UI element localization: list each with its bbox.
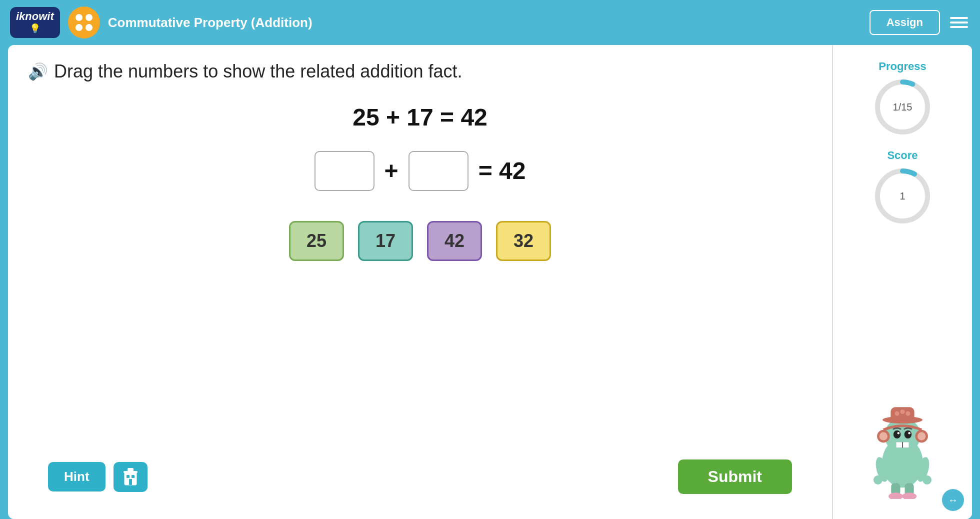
building-button[interactable] bbox=[114, 462, 148, 492]
svg-point-11 bbox=[900, 410, 904, 414]
content-area: 🔊 Drag the numbers to show the related a… bbox=[8, 45, 832, 519]
svg-point-19 bbox=[898, 432, 900, 434]
svg-rect-4 bbox=[132, 475, 134, 478]
logo-box: iknowit 💡 bbox=[10, 7, 60, 38]
drop-box-right[interactable] bbox=[408, 151, 468, 191]
assign-button[interactable]: Assign bbox=[870, 10, 940, 35]
svg-point-28 bbox=[922, 476, 932, 484]
question-header: 🔊 Drag the numbers to show the related a… bbox=[28, 60, 812, 84]
score-label: Score bbox=[887, 149, 918, 162]
bottom-left-buttons: Hint bbox=[48, 462, 148, 492]
score-ring: 1 bbox=[872, 166, 932, 226]
main-equation: 25 + 17 = 42 bbox=[352, 104, 488, 131]
dot-2 bbox=[86, 14, 92, 21]
svg-point-16 bbox=[918, 432, 926, 440]
drop-box-left[interactable] bbox=[314, 151, 374, 191]
svg-point-32 bbox=[902, 492, 916, 499]
lesson-dots bbox=[76, 14, 92, 31]
tile-42[interactable]: 42 bbox=[427, 221, 482, 261]
tile-17[interactable]: 17 bbox=[358, 221, 413, 261]
hamburger-line-3 bbox=[950, 26, 968, 28]
svg-point-31 bbox=[888, 492, 903, 499]
speaker-icon[interactable]: 🔊 bbox=[28, 62, 48, 81]
hamburger-line-1 bbox=[950, 17, 968, 19]
header-right: Assign bbox=[870, 10, 970, 35]
character-area bbox=[862, 238, 942, 504]
svg-rect-23 bbox=[902, 442, 909, 448]
svg-rect-3 bbox=[126, 475, 130, 478]
svg-point-12 bbox=[906, 412, 910, 416]
svg-point-14 bbox=[880, 432, 888, 440]
hamburger-line-2 bbox=[950, 22, 968, 24]
tile-25[interactable]: 25 bbox=[289, 221, 344, 261]
character-illustration bbox=[862, 399, 942, 499]
svg-point-10 bbox=[895, 412, 900, 416]
lightbulb-icon: 💡 bbox=[30, 23, 40, 34]
score-section: Score 1 bbox=[872, 149, 932, 226]
answer-row: + = 42 bbox=[314, 151, 526, 191]
svg-point-20 bbox=[908, 432, 910, 434]
dot-1 bbox=[76, 14, 82, 21]
menu-button[interactable] bbox=[948, 15, 970, 30]
svg-rect-22 bbox=[896, 442, 902, 448]
back-button[interactable]: ↔ bbox=[942, 489, 964, 511]
plus-operator: + bbox=[384, 157, 398, 184]
main-wrapper: 🔊 Drag the numbers to show the related a… bbox=[8, 45, 972, 519]
logo-area: iknowit 💡 bbox=[10, 7, 60, 38]
sidebar: Progress 1/15 Score 1 bbox=[832, 45, 972, 519]
progress-value: 1/15 bbox=[893, 102, 912, 113]
dot-4 bbox=[86, 24, 92, 31]
building-icon bbox=[122, 468, 138, 486]
header: iknowit 💡 Commutative Property (Addition… bbox=[0, 0, 980, 45]
svg-point-18 bbox=[904, 430, 912, 438]
progress-label: Progress bbox=[878, 60, 926, 73]
progress-ring: 1/15 bbox=[872, 77, 932, 137]
progress-section: Progress 1/15 bbox=[872, 60, 932, 137]
svg-point-27 bbox=[874, 476, 882, 484]
bottom-bar: Hint Submit bbox=[28, 452, 812, 504]
back-icon: ↔ bbox=[948, 494, 958, 506]
lesson-title: Commutative Property (Addition) bbox=[108, 15, 862, 30]
svg-rect-5 bbox=[129, 479, 132, 485]
question-text: Drag the numbers to show the related add… bbox=[54, 60, 462, 84]
dot-3 bbox=[76, 24, 82, 31]
svg-rect-2 bbox=[128, 468, 134, 472]
score-value: 1 bbox=[900, 190, 905, 202]
hint-button[interactable]: Hint bbox=[48, 462, 106, 492]
answer-suffix: = 42 bbox=[478, 157, 526, 184]
tile-32[interactable]: 32 bbox=[496, 221, 551, 261]
lesson-icon bbox=[68, 6, 100, 38]
equation-area: 25 + 17 = 42 + = 42 25 17 42 32 bbox=[28, 104, 812, 452]
submit-button[interactable]: Submit bbox=[678, 460, 792, 494]
number-tiles: 25 17 42 32 bbox=[289, 221, 551, 261]
logo-text: iknowit bbox=[16, 11, 54, 22]
svg-point-17 bbox=[894, 430, 901, 438]
